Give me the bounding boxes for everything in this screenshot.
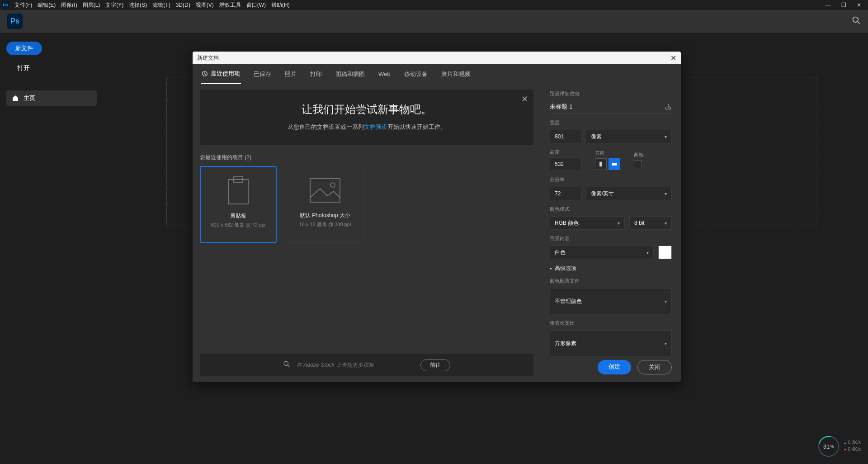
hero-close-icon[interactable]: ✕ [521,94,528,104]
create-button[interactable]: 创建 [598,360,631,374]
download-speed: 0.4K/s [844,446,861,453]
select-value: 白色 [555,249,566,256]
resolution-input[interactable]: 72 [550,187,581,200]
advanced-options-toggle[interactable]: ▾高级选项 [550,265,672,272]
width-unit-select[interactable]: 像素▾ [586,130,672,143]
open-button[interactable]: 打开 [6,62,40,75]
bit-depth-select[interactable]: 8 bit▾ [629,216,672,230]
search-icon[interactable] [852,16,861,27]
menu-edit[interactable]: 编辑(E) [35,0,58,10]
preset-default-size[interactable]: 默认 Photoshop 大小 16 x 12 厘米 @ 300 ppi [287,166,363,243]
chevron-down-icon: ▾ [665,191,667,196]
tab-saved[interactable]: 已保存 [253,65,272,84]
orientation-portrait-button[interactable] [595,158,607,170]
color-mode-select[interactable]: RGB 颜色▾ [550,216,625,230]
stock-go-button[interactable]: 前往 [420,359,450,371]
hero-presets-link[interactable]: 文档预设 [364,123,387,130]
orientation-landscape-button[interactable] [609,158,620,170]
height-input[interactable]: 532 [550,157,581,171]
window-restore-icon[interactable]: ❐ [838,2,849,8]
color-mode-label: 颜色模式 [550,206,672,213]
dialog-titlebar: 新建文档 ✕ [193,52,681,64]
pixel-aspect-select[interactable]: 方形像素▾ [550,330,672,356]
tab-print[interactable]: 打印 [309,65,323,84]
select-value: 像素/英寸 [591,190,614,198]
tab-recent[interactable]: 最近使用项 [201,64,241,84]
tab-web[interactable]: Web [377,65,392,83]
tab-photo[interactable]: 照片 [284,65,297,84]
background-color-swatch[interactable] [658,246,672,259]
chevron-down-icon: ▾ [665,221,667,226]
new-file-button[interactable]: 新文件 [6,42,42,55]
menu-type[interactable]: 文字(Y) [103,0,126,10]
select-value: 8 bit [634,220,645,226]
pixel-aspect-label: 像素长宽比 [550,320,672,327]
svg-rect-10 [612,163,617,166]
menu-plugins[interactable]: 增效工具 [217,0,244,10]
background-label: 背景内容 [550,235,672,242]
preset-title: 默认 Photoshop 大小 [287,212,363,219]
svg-rect-9 [599,162,602,167]
menu-3d[interactable]: 3D(D) [173,1,193,9]
image-icon [307,175,343,206]
app-header: Ps [0,10,868,33]
chevron-down-icon: ▾ [665,299,667,304]
color-profile-select[interactable]: 不管理颜色▾ [550,288,672,314]
menu-help[interactable]: 帮助(H) [269,0,292,10]
dialog-actions: 创建 关闭 [550,360,672,374]
advanced-label: 高级选项 [555,265,576,272]
upload-speed: 0.3K/s [844,440,861,446]
window-minimize-icon[interactable]: — [823,2,834,8]
preset-clipboard[interactable]: 剪贴板 801 x 532 像素 @ 72 ppi [200,166,277,243]
stock-search-input[interactable]: 在 Adobe Stock 上查找更多模板 [297,361,414,369]
app-logo: Ps [7,14,23,29]
sidebar-item-label: 主页 [24,94,35,102]
tab-film[interactable]: 胶片和视频 [440,65,472,84]
menu-filter[interactable]: 滤镜(T) [150,0,173,10]
dialog-body: ✕ 让我们开始尝试新事物吧。 从您自己的文档设置或一系列文档预设开始以快速开始工… [193,84,681,382]
menu-layer[interactable]: 图层(L) [80,0,103,10]
tab-art[interactable]: 图稿和插图 [335,65,366,84]
svg-point-7 [284,361,288,365]
preset-subtitle: 801 x 532 像素 @ 72 ppi [201,222,276,228]
menu-select[interactable]: 选择(S) [126,0,150,10]
width-label: 宽度 [550,119,672,126]
color-profile-label: 颜色配置文件 [550,278,672,284]
hero-title: 让我们开始尝试新事物吧。 [209,102,524,117]
window-close-icon[interactable]: ✕ [854,2,864,8]
sidebar-item-home[interactable]: 主页 [6,90,97,106]
svg-line-8 [288,365,289,367]
background-select[interactable]: 白色▾ [550,246,654,259]
hero-banner: ✕ 让我们开始尝试新事物吧。 从您自己的文档设置或一系列文档预设开始以快速开始工… [200,90,533,145]
svg-line-1 [858,22,860,24]
dialog-tabs: 最近使用项 已保存 照片 打印 图稿和插图 Web 移动设备 胶片和视频 [193,64,681,84]
preset-title: 剪贴板 [201,212,276,220]
tab-mobile[interactable]: 移动设备 [403,65,429,84]
new-document-dialog: 新建文档 ✕ 最近使用项 已保存 照片 打印 图稿和插图 Web 移动设备 胶片… [193,52,681,382]
dialog-right-panel: 预设详细信息 未标题-1 宽度 801 像素▾ 高度 532 方向 [541,84,681,382]
artboard-label: 画板 [634,152,644,158]
menu-view[interactable]: 视图(V) [193,0,217,10]
menu-file[interactable]: 文件(F) [12,0,35,10]
stock-search-bar: 在 Adobe Stock 上查找更多模板 前往 [200,354,533,376]
preset-subtitle: 16 x 12 厘米 @ 300 ppi [287,221,363,228]
height-label: 高度 [550,149,581,156]
chevron-down-icon: ▾ [550,266,552,271]
resolution-unit-select[interactable]: 像素/英寸▾ [586,187,672,200]
menu-window[interactable]: 窗口(W) [244,0,269,10]
width-input[interactable]: 801 [550,130,581,143]
artboard-checkbox[interactable] [634,160,642,168]
close-button[interactable]: 关闭 [637,360,672,374]
save-preset-icon[interactable] [665,103,672,110]
svg-point-6 [330,183,335,187]
menu-image[interactable]: 图像(I) [58,0,80,10]
hero-sub-post: 开始以快速开始工作。 [387,123,446,130]
chevron-down-icon: ▾ [646,250,649,255]
doc-name-input[interactable]: 未标题-1 [550,103,573,111]
search-icon [283,360,290,369]
dialog-close-icon[interactable]: ✕ [670,54,676,62]
select-value: 方形像素 [555,340,576,347]
workspace: 新文件 打开 主页 新建文档 ✕ 最近使用项 已保存 照片 打印 图稿和插图 W… [0,33,868,464]
window-controls: — ❐ ✕ [823,2,868,8]
tab-label: 最近使用项 [211,70,240,78]
